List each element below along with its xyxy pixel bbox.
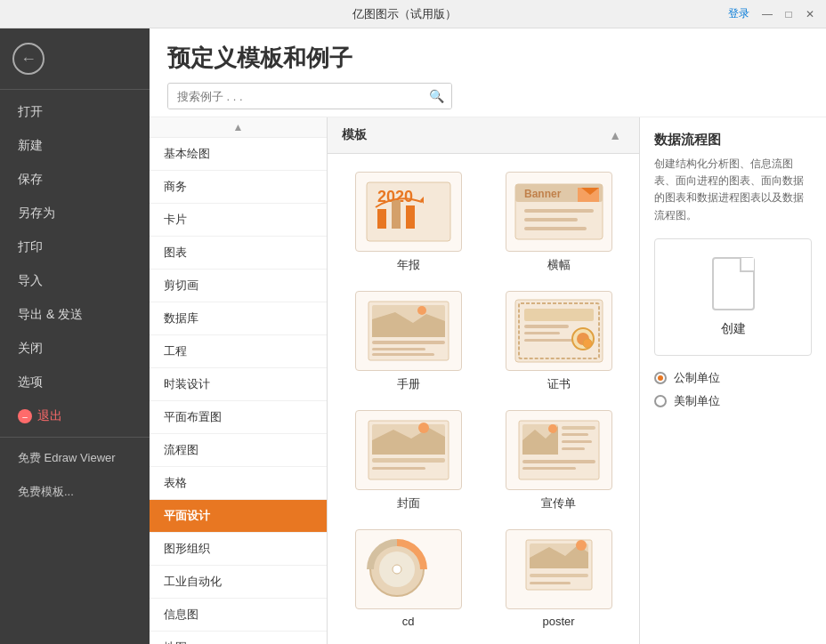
- category-item-12[interactable]: 图形组织: [150, 533, 327, 566]
- create-button[interactable]: 创建: [721, 321, 746, 337]
- sidebar-item-edraw-viewer[interactable]: 免费 Edraw Viewer: [0, 441, 150, 475]
- create-area: 创建: [654, 238, 812, 356]
- svg-rect-11: [524, 218, 578, 221]
- sidebar-item-saveas[interactable]: 另存为: [0, 197, 150, 230]
- sidebar-item-open[interactable]: 打开: [0, 95, 150, 129]
- template-thumb-annual-report: 2020: [355, 172, 462, 252]
- template-card-annual-report[interactable]: 2020 年报: [342, 172, 474, 273]
- svg-rect-23: [524, 309, 594, 321]
- banner-svg: Banner: [510, 175, 608, 248]
- category-item-3[interactable]: 图表: [150, 237, 327, 270]
- svg-point-39: [548, 424, 557, 433]
- category-item-7[interactable]: 时装设计: [150, 368, 327, 401]
- sidebar-item-export[interactable]: 导出 & 发送: [0, 298, 150, 332]
- certificate-svg: [510, 294, 608, 367]
- svg-rect-10: [524, 209, 594, 213]
- template-thumb-banner: Banner: [506, 172, 612, 252]
- cd-svg: [360, 533, 458, 606]
- search-bar: 🔍: [167, 83, 452, 109]
- search-input[interactable]: [168, 85, 422, 109]
- unit-group: 公制单位 美制单位: [654, 370, 812, 409]
- title-bar: 亿图图示（试用版） 登录 — □ ✕: [0, 0, 826, 28]
- svg-rect-35: [372, 467, 425, 470]
- template-label-banner: 横幅: [547, 257, 571, 273]
- unit-metric[interactable]: 公制单位: [654, 370, 812, 386]
- radio-metric[interactable]: [654, 372, 667, 384]
- svg-point-53: [576, 540, 587, 551]
- svg-rect-55: [530, 582, 571, 584]
- maximize-button[interactable]: □: [781, 7, 796, 21]
- template-thumb-poster: [506, 529, 612, 609]
- category-item-0[interactable]: 基本绘图: [150, 138, 327, 171]
- logout-icon: –: [18, 409, 32, 423]
- sidebar-item-print[interactable]: 打印: [0, 230, 150, 264]
- sidebar-divider: [0, 437, 150, 438]
- back-icon: ←: [20, 50, 36, 68]
- page-title: 预定义模板和例子: [167, 43, 808, 74]
- category-item-11[interactable]: 平面设计: [150, 500, 327, 533]
- svg-rect-4: [392, 200, 401, 229]
- template-card-poster[interactable]: poster: [492, 529, 625, 628]
- category-item-6[interactable]: 工程: [150, 335, 327, 368]
- svg-rect-43: [562, 447, 585, 450]
- category-item-10[interactable]: 表格: [150, 467, 327, 500]
- app-title: 亿图图示（试用版）: [80, 6, 728, 22]
- search-button[interactable]: 🔍: [422, 84, 451, 109]
- category-item-15[interactable]: 地图: [150, 632, 327, 644]
- right-panel-desc: 创建结构化分析图、信息流图表、面向进程的图表、面向数据的图表和数据进程图表以及数…: [654, 156, 812, 224]
- template-card-banner[interactable]: Banner 横幅: [492, 172, 625, 273]
- sidebar-menu: 打开 新建 保存 另存为 打印 导入 导出 & 发送 关闭 选项 – 退出 免费…: [0, 90, 150, 514]
- svg-rect-3: [377, 209, 386, 229]
- category-item-2[interactable]: 卡片: [150, 204, 327, 237]
- template-card-brochure[interactable]: 手册: [342, 291, 474, 392]
- category-item-1[interactable]: 商务: [150, 171, 327, 204]
- svg-point-29: [583, 339, 592, 348]
- template-panel-header: 模板 ▲: [328, 117, 639, 154]
- svg-rect-54: [530, 574, 588, 577]
- right-panel-title: 数据流程图: [654, 132, 812, 149]
- svg-point-33: [418, 423, 429, 433]
- category-item-8[interactable]: 平面布置图: [150, 401, 327, 434]
- close-button[interactable]: ✕: [803, 7, 817, 21]
- template-card-cover[interactable]: 封面: [342, 410, 474, 511]
- right-panel: 数据流程图 创建结构化分析图、信息流图表、面向进程的图表、面向数据的图表和数据进…: [639, 117, 826, 644]
- template-card-flyer[interactable]: 宣传单: [492, 410, 625, 511]
- sidebar-item-new[interactable]: 新建: [0, 129, 150, 163]
- category-item-5[interactable]: 数据库: [150, 302, 327, 335]
- sidebar-item-free-templates[interactable]: 免费模板...: [0, 475, 150, 509]
- template-scroll-up[interactable]: ▲: [605, 125, 625, 146]
- template-panel: 模板 ▲ 2020: [328, 117, 639, 644]
- svg-rect-45: [522, 467, 576, 470]
- svg-point-49: [393, 565, 401, 574]
- login-link[interactable]: 登录: [728, 6, 749, 21]
- minimize-button[interactable]: —: [760, 7, 774, 21]
- poster-svg: [510, 533, 608, 606]
- sidebar-item-options[interactable]: 选项: [0, 366, 150, 399]
- sidebar-item-logout[interactable]: – 退出: [0, 399, 150, 433]
- template-grid: 2020 年报: [328, 154, 639, 644]
- cover-svg: [360, 414, 458, 487]
- template-header-label: 模板: [342, 127, 367, 143]
- sidebar-item-import[interactable]: 导入: [0, 264, 150, 298]
- sidebar-item-save[interactable]: 保存: [0, 163, 150, 197]
- category-item-9[interactable]: 流程图: [150, 434, 327, 467]
- category-item-14[interactable]: 信息图: [150, 599, 327, 632]
- category-item-4[interactable]: 剪切画: [150, 270, 327, 302]
- template-thumb-cd: [355, 529, 462, 609]
- category-panel: ▲ 基本绘图 商务 卡片 图表 剪切画 数据库 工程 时装设计 平面布置图 流程…: [150, 117, 328, 644]
- back-button[interactable]: ←: [12, 43, 45, 75]
- annual-report-svg: 2020: [360, 175, 458, 248]
- brochure-svg: [360, 294, 458, 367]
- svg-rect-12: [524, 227, 587, 230]
- radio-imperial[interactable]: [654, 395, 667, 407]
- template-label-flyer: 宣传单: [541, 495, 576, 511]
- sidebar-item-close[interactable]: 关闭: [0, 332, 150, 366]
- template-card-cd[interactable]: cd: [342, 529, 474, 628]
- scroll-up-arrow[interactable]: ▲: [150, 117, 327, 138]
- template-thumb-cover: [355, 410, 462, 490]
- template-card-certificate[interactable]: 证书: [492, 291, 625, 392]
- svg-rect-25: [524, 332, 560, 334]
- unit-imperial[interactable]: 美制单位: [654, 393, 812, 409]
- sidebar: ← 打开 新建 保存 另存为 打印 导入 导出 & 发送 关闭 选项 – 退出 …: [0, 28, 150, 644]
- category-item-13[interactable]: 工业自动化: [150, 566, 327, 599]
